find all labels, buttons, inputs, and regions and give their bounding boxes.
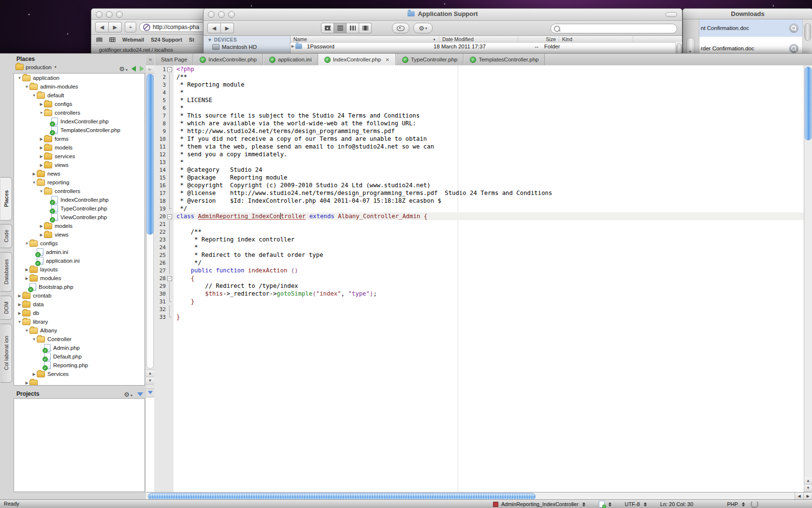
tree-item[interactable]: IndexController.php: [14, 195, 145, 204]
navigate-back-icon[interactable]: [131, 66, 136, 72]
editor-right-scrollbar[interactable]: ▲ ▼: [804, 65, 812, 492]
new-tab-button[interactable]: +: [125, 22, 136, 32]
stepper-icon[interactable]: [742, 502, 745, 507]
scroll-down-icon[interactable]: ▼: [146, 377, 154, 385]
disclosure-closed-icon[interactable]: ▶: [17, 311, 22, 315]
column-header-size[interactable]: Size: [518, 36, 559, 42]
tree-item[interactable]: ▶data: [14, 300, 145, 309]
table-row[interactable]: ▶ 1Password 18 March 2011 17:37 -- Folde…: [290, 43, 682, 50]
status-class-name[interactable]: AdminReporting_IndexController: [501, 501, 579, 507]
tree-item[interactable]: ▶db: [14, 309, 145, 317]
places-root-dropdown[interactable]: production ▾: [15, 64, 57, 70]
disclosure-open-icon[interactable]: ▼: [39, 189, 44, 194]
column-header-name[interactable]: Name▲: [290, 36, 439, 42]
disclosure-closed-icon[interactable]: ▶: [24, 381, 29, 385]
fold-marker[interactable]: −: [166, 65, 173, 73]
column-header-kind[interactable]: Kind: [559, 36, 633, 42]
search-input[interactable]: [551, 24, 677, 33]
disclosure-closed-icon[interactable]: ▶: [17, 302, 22, 307]
tree-item[interactable]: ▼Controller: [14, 335, 145, 344]
downloads-titlebar[interactable]: Downloads: [683, 9, 812, 19]
disclosure-closed-icon[interactable]: ▶: [31, 372, 37, 376]
disclosure-open-icon[interactable]: ▼: [31, 180, 37, 185]
close-icon[interactable]: ✕: [146, 54, 155, 65]
editor-tab[interactable]: ✓TemplatesController.php: [464, 54, 545, 65]
scroll-thumb[interactable]: [805, 67, 812, 140]
collapse-icon[interactable]: [137, 392, 143, 396]
disclosure-open-icon[interactable]: ▼: [24, 329, 29, 333]
browser-traffic-lights[interactable]: [96, 11, 123, 18]
places-settings-button[interactable]: ⚙▾: [119, 64, 128, 73]
tree-item[interactable]: application.ini: [14, 256, 145, 265]
tree-item[interactable]: ▶news: [14, 169, 145, 178]
tree-item[interactable]: ▼library: [14, 317, 145, 326]
close-tab-icon[interactable]: ✕: [386, 57, 390, 62]
tree-item[interactable]: ▼Albany: [14, 326, 145, 335]
tree-item[interactable]: ▶Services: [14, 370, 145, 378]
scroll-arrow-icon[interactable]: ▶: [146, 65, 154, 74]
coverflow-view-button[interactable]: [359, 23, 372, 33]
magnifier-icon[interactable]: [789, 44, 798, 53]
action-button[interactable]: ⚙▾: [413, 23, 433, 33]
side-tab-dom[interactable]: DOM: [0, 296, 12, 320]
splitter[interactable]: [146, 388, 154, 397]
disclosure-closed-icon[interactable]: ▶: [17, 294, 22, 298]
tree-item[interactable]: ▶services: [14, 152, 145, 161]
disclosure-open-icon[interactable]: ▼: [24, 241, 29, 246]
side-tab-code[interactable]: Code: [0, 224, 12, 248]
back-button[interactable]: ◀: [207, 23, 221, 33]
back-button[interactable]: ◀: [95, 22, 109, 32]
tree-item[interactable]: ▶views: [14, 230, 145, 239]
navigate-forward-icon[interactable]: [140, 66, 144, 72]
tree-item[interactable]: TemplatesController.php: [14, 126, 145, 134]
side-tab-databases[interactable]: Databases: [0, 252, 12, 292]
stepper-icon[interactable]: [582, 502, 585, 507]
stepper-icon[interactable]: [609, 502, 611, 507]
scroll-thumb[interactable]: [148, 493, 536, 500]
scroll-up-icon[interactable]: ▲: [146, 370, 154, 377]
minimize-button[interactable]: [106, 11, 113, 18]
tree-item[interactable]: Reporting.php: [14, 361, 145, 370]
tree-item[interactable]: ▶crontab: [14, 291, 145, 300]
sidebar-item-macintosh-hd[interactable]: Macintosh HD: [207, 44, 290, 50]
tree-item[interactable]: ▶: [14, 378, 145, 386]
code-editor[interactable]: <?php/** * Reporting module * * LICENSE …: [174, 65, 804, 492]
tree-item[interactable]: ▼application: [14, 74, 145, 82]
tree-item[interactable]: ▶views: [14, 161, 145, 169]
editor-tab[interactable]: ✓application.ini: [263, 54, 318, 65]
tree-item[interactable]: ▼configs: [14, 239, 145, 248]
editor-tab[interactable]: ✓IndexController.php: [193, 54, 263, 65]
projects-settings-button[interactable]: ⚙▾: [124, 390, 132, 399]
bookmarks-icon[interactable]: [96, 37, 102, 42]
disclosure-closed-icon[interactable]: ▶: [24, 276, 29, 281]
tree-item[interactable]: ▼controllers: [14, 108, 145, 117]
tree-item[interactable]: admin.ini: [14, 248, 145, 256]
downloads-scrollbar[interactable]: [802, 19, 812, 56]
disclosure-open-icon[interactable]: ▼: [31, 337, 37, 342]
editor-tab[interactable]: ✓IndexController.php✕: [318, 54, 396, 65]
bookmark-item[interactable]: S24 Support: [151, 37, 182, 43]
tree-item[interactable]: ▶configs: [14, 100, 145, 108]
magnifier-icon[interactable]: [789, 24, 798, 33]
editor-left-scrollbar[interactable]: ▶ ▲ ▼: [146, 65, 155, 492]
tree-item[interactable]: IndexController.php: [14, 117, 145, 126]
disclosure-closed-icon[interactable]: ▶: [24, 268, 29, 272]
column-view-button[interactable]: [347, 23, 359, 33]
disclosure-open-icon[interactable]: ▼: [24, 85, 29, 89]
disclosure-closed-icon[interactable]: ▶: [39, 102, 44, 106]
disclosure-closed-icon[interactable]: ▶: [39, 163, 44, 167]
scroll-thumb[interactable]: [804, 23, 811, 41]
disclosure-closed-icon[interactable]: ▶: [39, 137, 44, 141]
download-item[interactable]: nt Confirmation.doc: [699, 19, 802, 37]
zoom-button[interactable]: [116, 11, 123, 18]
sync-icon[interactable]: [751, 500, 758, 508]
list-view-button[interactable]: [334, 23, 347, 33]
side-tab-collaboration[interactable]: Col laborat ion: [0, 324, 12, 383]
disclosure-open-icon[interactable]: ▼: [17, 76, 22, 80]
disclosure-open-icon[interactable]: ▼: [17, 320, 22, 324]
close-button[interactable]: [96, 11, 102, 18]
tree-item[interactable]: ▶models: [14, 222, 145, 230]
column-header-date[interactable]: Date Modified: [439, 36, 518, 42]
bookmark-item[interactable]: St: [189, 37, 194, 43]
tree-item[interactable]: ▼default: [14, 91, 145, 100]
